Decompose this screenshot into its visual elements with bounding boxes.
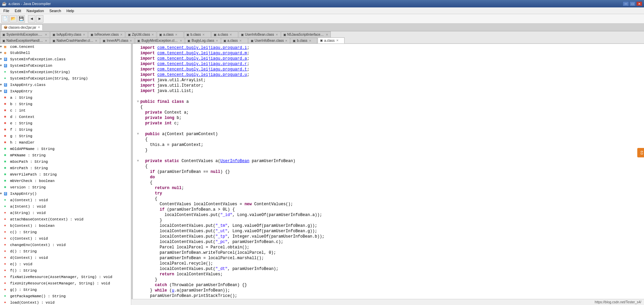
tab-tab-row-1-4[interactable]: ▣a.class✕: [157, 31, 184, 37]
minimize-button[interactable]: ─: [623, 1, 629, 6]
tab-close-0[interactable]: ✕: [45, 33, 47, 36]
tree-node-content-0[interactable]: ▼▣com.tencent: [0, 44, 131, 50]
tab-close-8[interactable]: ✕: [336, 39, 339, 42]
tree-node-content-28[interactable]: ●b(Context) : boolean: [0, 223, 131, 228]
tree-node-content-23[interactable]: ▼CIxAppEntry(): [0, 191, 131, 196]
tree-node-content-25[interactable]: ●a(Intent) : void: [0, 204, 131, 209]
tab-close-1[interactable]: ✕: [83, 33, 85, 36]
tree-node-content-16[interactable]: ■mOldAPPName : String: [0, 146, 131, 152]
tab-tab-row-1-1[interactable]: ▣IxAppEntry.class✕: [50, 31, 88, 37]
tree-node-content-7[interactable]: ▼CIxAppEntry: [0, 88, 131, 94]
editor-jar-tab[interactable]: 📦 classes-dex2jar.jar ✕: [1, 24, 43, 30]
tree-node-content-21[interactable]: ■mbVerCheck : boolean: [0, 178, 131, 184]
tree-node-content-29[interactable]: ●c() : String: [0, 229, 131, 235]
fold-icon-16[interactable]: ▼: [136, 131, 140, 137]
tree-node-content-32[interactable]: ●d() : String: [0, 248, 131, 254]
tab-tab-row-2-4[interactable]: ▣BuglyLog.class✕: [185, 37, 220, 43]
tab-close-5[interactable]: ✕: [239, 39, 242, 42]
tab-close-2[interactable]: ✕: [120, 33, 123, 36]
tree-node-content-40[interactable]: ●load(Context) : void: [0, 300, 131, 305]
tree-node-content-24[interactable]: ●a(Context) : void: [0, 197, 131, 203]
tab-tab-row-1-8[interactable]: ▣N5JavaScriptInterface.class✕: [281, 31, 331, 37]
tree-node-content-3[interactable]: ▼CSystemInfoException: [0, 63, 131, 68]
tree-node-content-9[interactable]: ■b : String: [0, 101, 131, 107]
tab-close-3[interactable]: ✕: [151, 33, 154, 36]
toolbar-back[interactable]: ◀: [28, 15, 35, 23]
jar-tab-close[interactable]: ✕: [38, 26, 40, 29]
tab-tab-row-1-3[interactable]: ▣ZipUtil.class✕: [126, 31, 156, 37]
tree-node-content-4[interactable]: ●SystemInfoException(String): [0, 69, 131, 75]
tree-node-content-11[interactable]: ■d : Context: [0, 114, 131, 120]
tab-tab-row-2-0[interactable]: ▣NativeExceptionHandler.class✕: [0, 37, 50, 43]
tab-label-6: a.class: [218, 33, 228, 36]
fold-icon-10[interactable]: ▼: [136, 99, 140, 104]
tree-node-content-26[interactable]: ●a(String) : void: [0, 210, 131, 216]
tab-close-6[interactable]: ✕: [285, 39, 288, 42]
tree-node-content-1[interactable]: ▼◉StubShell: [0, 50, 131, 56]
tab-close-1[interactable]: ✕: [95, 39, 98, 42]
tab-tab-row-1-0[interactable]: ▣SystemInfoException.class✕: [0, 31, 50, 37]
toolbar-forward[interactable]: ▶: [36, 15, 43, 23]
tree-node-content-14[interactable]: ■g : String: [0, 133, 131, 139]
menu-help[interactable]: Help: [64, 8, 77, 13]
tree-node-content-34[interactable]: ●e() : void: [0, 261, 131, 267]
tree-node-content-6[interactable]: ▼CIxAppEntry.class: [0, 82, 131, 88]
tab-tab-row-1-5[interactable]: ▣b.class✕: [184, 31, 211, 37]
tree-node-content-13[interactable]: ■f : String: [0, 127, 131, 132]
tab-close-8[interactable]: ✕: [326, 33, 328, 36]
tree-node-content-33[interactable]: ●d(Context) : void: [0, 255, 131, 261]
tab-tab-row-2-3[interactable]: ▣BuglyMintException.class✕: [135, 37, 185, 43]
tree-node-content-36[interactable]: ●fixNativeResource(AssetManager, String)…: [0, 274, 131, 280]
tree-node-content-35[interactable]: ●f() : String: [0, 268, 131, 273]
tab-tab-row-1-2[interactable]: ▣IxReceiver.class✕: [88, 31, 125, 37]
toolbar-new[interactable]: 📄: [1, 15, 9, 23]
tree-node-content-12[interactable]: ■e : String: [0, 120, 131, 126]
tree-node-content-27[interactable]: ●attachBaseContext(Context) : void: [0, 216, 131, 222]
menu-edit[interactable]: Edit: [12, 8, 24, 13]
tree-node-content-38[interactable]: ●g() : String: [0, 287, 131, 293]
tab-close-2[interactable]: ✕: [130, 39, 132, 42]
tab-tab-row-1-6[interactable]: ▣a.class✕: [211, 31, 238, 37]
fold-icon-21[interactable]: ▼: [136, 158, 140, 164]
close-button[interactable]: ✕: [636, 1, 642, 6]
tab-close-3[interactable]: ✕: [180, 39, 182, 42]
feedback-button[interactable]: 63: [637, 148, 644, 157]
tab-tab-row-2-5[interactable]: ▣a.class✕: [221, 37, 248, 43]
tab-close-7[interactable]: ✕: [276, 33, 278, 36]
menu-search[interactable]: Search: [47, 8, 64, 13]
tree-node-content-19[interactable]: ■mSrcPath : String: [0, 165, 131, 171]
tree-node-content-20[interactable]: ■mVerFilePath : String: [0, 172, 131, 177]
menu-navigation[interactable]: Navigation: [24, 8, 47, 13]
tab-close-4[interactable]: ✕: [175, 33, 178, 36]
tree-node-content-17[interactable]: ■mPKName : String: [0, 152, 131, 158]
tree-node-content-22[interactable]: ■version : String: [0, 184, 131, 190]
tab-close-7[interactable]: ✕: [309, 39, 312, 42]
tree-node-content-2[interactable]: ▼CSystemInfoException.class: [0, 56, 131, 62]
tree-node-content-18[interactable]: ■mSocPath : String: [0, 159, 131, 164]
tree-node-content-8[interactable]: ■a : String: [0, 95, 131, 100]
tree-node-content-10[interactable]: ■c : int: [0, 108, 131, 113]
tree-node-content-39[interactable]: ●getPackageName() : String: [0, 293, 131, 299]
tab-close-4[interactable]: ✕: [216, 39, 218, 42]
tab-close-0[interactable]: ✕: [45, 39, 47, 42]
tab-close-6[interactable]: ✕: [229, 33, 232, 36]
tab-tab-row-2-7[interactable]: ▣b.class✕: [290, 37, 317, 43]
tree-node-content-5[interactable]: ●SystemInfoException(String, String): [0, 75, 131, 81]
tab-tab-row-2-8[interactable]: ▣a.class✕: [318, 37, 345, 43]
tree-node-content-30[interactable]: ●c(Context) : void: [0, 236, 131, 241]
tab-tab-row-2-6[interactable]: ▣UserInfoBean.class✕: [248, 37, 290, 43]
tab-tab-row-2-2[interactable]: ▣InnerAPI.class✕: [100, 37, 135, 43]
tree-node-content-15[interactable]: ■h : Handler: [0, 140, 131, 145]
tab-close-5[interactable]: ✕: [202, 33, 205, 36]
tab-icon-6: ▣: [214, 33, 217, 36]
tree-node-content-31[interactable]: ●changeEnv(Context) : void: [0, 242, 131, 248]
tree-node-26: ●a(String) : void: [0, 210, 131, 216]
tab-tab-row-1-7[interactable]: ▣UserInfoBean.class✕: [239, 31, 281, 37]
toolbar-open[interactable]: 📂: [9, 15, 17, 23]
maximize-button[interactable]: □: [630, 1, 636, 6]
tab-tab-row-2-1[interactable]: ▣NativeCrashHandler.class✕: [50, 37, 100, 43]
toolbar-save[interactable]: 💾: [17, 15, 25, 23]
menu-file[interactable]: File: [1, 8, 12, 13]
tree-node-content-37[interactable]: ●fixUnityResource(AssetManager, String) …: [0, 280, 131, 286]
node-icon-21: ■: [4, 178, 9, 184]
